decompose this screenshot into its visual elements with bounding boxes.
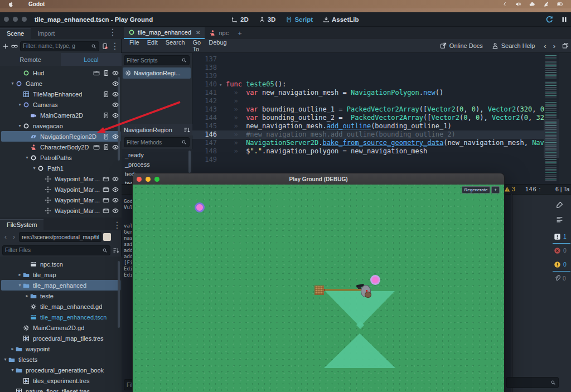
scene-tree-node[interactable]: ▾Game <box>0 78 122 89</box>
scene-tree-menu-icon[interactable]: ⋮ <box>110 41 119 51</box>
scene-tree-node[interactable]: ▾navegacao <box>0 120 122 131</box>
method-list-item[interactable]: _ready <box>125 150 192 159</box>
menu-search[interactable]: Search <box>166 39 185 52</box>
scene-tree-node[interactable]: Waypoint_Marker... <box>0 184 122 195</box>
menu-file[interactable]: File <box>129 39 139 52</box>
script-icon[interactable] <box>103 91 112 98</box>
scene-tree-node[interactable]: ▾Cameras <box>0 99 122 110</box>
script-tab-npc[interactable]: npc <box>205 27 233 39</box>
tree-arrow-icon[interactable]: ▾ <box>17 123 23 128</box>
regenerate-plus-button[interactable]: + <box>491 186 500 193</box>
tab-import[interactable]: Import <box>31 28 61 39</box>
warning-triangle-icon[interactable] <box>504 186 510 192</box>
code-line[interactable]: 143 » var bounding_outline_1 = PackedVec… <box>192 105 544 114</box>
fs-back-button[interactable]: ‹ <box>2 233 9 241</box>
eye-icon[interactable] <box>112 80 122 87</box>
code-line[interactable]: 141 » var new_navigation_mesh = Navigati… <box>192 89 544 97</box>
filter-methods-input[interactable]: Filter Methods <box>124 137 190 147</box>
scene-tree-node[interactable]: ▾Path1 <box>0 163 122 173</box>
online-docs-button[interactable]: Online Docs <box>440 42 483 49</box>
eye-icon[interactable] <box>112 91 122 98</box>
filter-files-input[interactable]: Filter Files <box>2 245 110 255</box>
scene-tree-node[interactable]: MainCamera2D <box>0 110 122 120</box>
scene-tree-node[interactable]: TileMapEnhanced <box>0 89 122 99</box>
game-window[interactable]: Play Ground (DEBUG) Regenerate + <box>132 173 505 392</box>
eye-icon[interactable] <box>112 144 122 151</box>
file-item[interactable]: ▸waypoint <box>0 343 122 354</box>
workspace-tab-3d[interactable]: 3D <box>259 16 276 23</box>
script-icon[interactable] <box>103 133 112 140</box>
code-minimap[interactable] <box>544 53 559 184</box>
apple-icon[interactable] <box>8 1 14 7</box>
code-line[interactable]: 145 » new_navigation_mesh.add_outline(bo… <box>192 122 544 130</box>
fs-path-field[interactable]: res://scenes/procedural_map/tile <box>19 232 101 242</box>
scene-tree-node[interactable]: CharacterBody2D <box>0 142 122 152</box>
close-tab-icon[interactable]: ✕ <box>196 30 200 36</box>
folder-color-swatch[interactable] <box>103 233 111 241</box>
scene-tree-node[interactable]: NavigationRegion2D <box>0 131 122 142</box>
reload-icon[interactable] <box>545 16 553 23</box>
script-list-item[interactable]: NavigationRegi... <box>123 67 191 79</box>
file-item[interactable]: tiles_experiment.tres <box>0 375 122 386</box>
tree-arrow-icon[interactable]: ▾ <box>24 155 30 160</box>
scene-tree-node[interactable]: Waypoint_Marker... <box>0 205 122 216</box>
file-item[interactable]: procedural_map_tiles.tres <box>0 333 122 343</box>
code-line[interactable]: 138 <box>192 64 544 72</box>
scene-dock-menu-icon[interactable]: ⋮ <box>104 27 122 39</box>
hand-icon[interactable] <box>543 1 549 7</box>
code-line[interactable]: 147 » NavigationServer2D.bake_from_sourc… <box>192 139 544 147</box>
scene-tree-node[interactable]: Waypoint_Marker... <box>0 195 122 205</box>
file-item[interactable]: nature_floor_tileset.tres <box>0 386 122 392</box>
eye-icon[interactable] <box>112 101 122 108</box>
debugger-badge-clip[interactable]: 0 <box>554 272 571 284</box>
movie-icon[interactable] <box>93 144 103 151</box>
eye-icon[interactable] <box>112 207 122 214</box>
movie-icon[interactable] <box>103 207 112 214</box>
code-line[interactable]: 137 <box>192 55 544 64</box>
code-scroll-gutter[interactable] <box>559 53 571 184</box>
code-line[interactable]: 142 » <box>192 97 544 105</box>
code-line[interactable]: 149 <box>192 156 544 164</box>
code-line[interactable]: 148 » $".".navigation_polygon = new_navi… <box>192 147 544 156</box>
close-window-button[interactable] <box>4 17 9 22</box>
movie-icon[interactable] <box>103 197 112 204</box>
movie-icon[interactable] <box>93 70 103 76</box>
attach-script-icon[interactable] <box>101 43 108 50</box>
fs-forward-button[interactable]: › <box>11 233 17 241</box>
script-tab-tile_map_enhanced[interactable]: tile_map_enhanced✕ <box>124 27 205 39</box>
tree-arrow-icon[interactable]: ▸ <box>24 293 30 298</box>
tree-arrow-icon[interactable]: ▾ <box>2 357 8 362</box>
file-item[interactable]: MainCamera2D.gd <box>0 322 122 333</box>
movie-icon[interactable] <box>103 176 112 182</box>
filesystem-scrollbar[interactable] <box>118 261 120 328</box>
regenerate-button[interactable]: Regenerate <box>462 186 491 193</box>
add-node-button[interactable] <box>2 43 9 50</box>
sort-files-icon[interactable] <box>113 247 119 254</box>
sort-members-icon[interactable] <box>183 127 190 133</box>
log-list-icon[interactable] <box>556 216 571 225</box>
eye-icon[interactable] <box>112 197 122 204</box>
clear-log-brush-icon[interactable] <box>556 201 571 210</box>
code-line[interactable]: 144 » var bounding_outline_2 = PackedVec… <box>192 114 544 122</box>
float-window-icon[interactable] <box>562 42 569 49</box>
file-item[interactable]: ▸tile_map <box>0 269 122 280</box>
methods-scrollbar[interactable] <box>188 151 191 173</box>
history-back-button[interactable]: ‹ <box>544 42 546 50</box>
menubar-chevron-icon[interactable] <box>502 2 507 7</box>
code-line[interactable]: 146 » #new_navigation_mesh.add_outline(b… <box>192 130 544 139</box>
battery-icon[interactable] <box>557 1 563 7</box>
tab-scene[interactable]: Scene <box>0 28 31 39</box>
local-button[interactable]: Local <box>61 53 122 66</box>
file-item[interactable]: tile_map_enhanced.gd <box>0 301 122 312</box>
eye-icon[interactable] <box>112 176 122 182</box>
pause-icon[interactable] <box>561 16 568 23</box>
method-list-item[interactable]: _process <box>125 159 192 169</box>
menu-go-to[interactable]: Go To <box>193 39 201 52</box>
eye-icon[interactable] <box>112 186 122 193</box>
tree-arrow-icon[interactable]: ▸ <box>9 346 16 351</box>
debugger-badge-error-circle[interactable]: 0 <box>554 244 571 257</box>
code-line[interactable]: 139 <box>192 72 544 80</box>
movie-icon[interactable] <box>103 186 112 193</box>
workspace-tab-script[interactable]: Script <box>286 16 313 23</box>
file-item[interactable]: ▾procedural_generation_book <box>0 365 122 375</box>
